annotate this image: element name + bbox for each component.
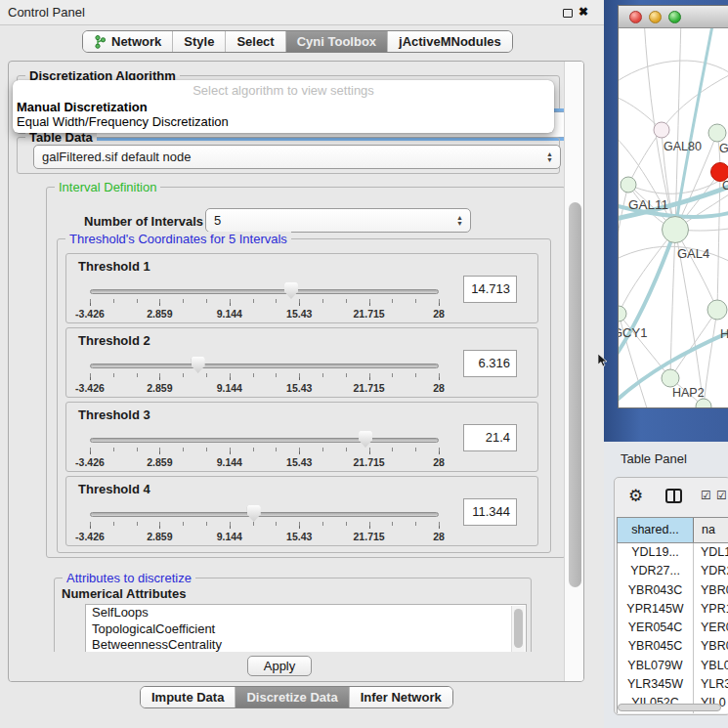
cell[interactable]: YLR3 — [694, 675, 728, 694]
close-traffic-light[interactable] — [629, 11, 642, 23]
tab-infer-network[interactable]: Infer Network — [349, 687, 452, 707]
table-row[interactable]: YER054CYER0 — [618, 619, 728, 637]
network-node-gal11[interactable] — [621, 177, 636, 193]
table-data-combo[interactable]: galFiltered.sif default node ▲▼ — [33, 145, 561, 169]
table-panel-region: Table Panel ⚙ ☑ ☑ shared... na YDL19...Y… — [604, 442, 728, 728]
threshold-2-value-field[interactable]: 6.316 — [463, 350, 517, 377]
tab-style-label: Style — [184, 31, 214, 52]
apply-button[interactable]: Apply — [247, 656, 312, 676]
list-scrollbar[interactable] — [511, 606, 525, 653]
table-row[interactable]: YBL079WYBL0 — [618, 657, 728, 675]
network-node-gcy1[interactable] — [619, 306, 626, 321]
list-scrollbar-thumb[interactable] — [514, 609, 523, 648]
horizontal-scrollbar-thumb[interactable] — [618, 704, 721, 711]
gear-icon[interactable]: ⚙ — [628, 486, 643, 506]
tab-network[interactable]: Network — [83, 31, 172, 52]
cell[interactable]: YDR27... — [618, 562, 694, 580]
threshold-3-group: Threshold 3 -3.426 2.859 9.144 15.43 21.… — [65, 402, 538, 472]
numerical-attributes-list[interactable]: SelfLoops TopologicalCoefficient Between… — [85, 604, 527, 653]
network-node-right[interactable] — [707, 300, 727, 320]
tick-label: 2.859 — [147, 531, 172, 542]
threshold-1-slider-track[interactable] — [90, 289, 439, 294]
list-item[interactable]: SelfLoops — [86, 605, 526, 621]
column-header-shared-name[interactable]: shared... — [618, 518, 694, 542]
tick-label: -3.426 — [75, 456, 105, 468]
threshold-3-slider-handle[interactable] — [359, 431, 372, 448]
cell[interactable]: YER0 — [694, 619, 728, 637]
cyni-toolbox-panel: Discretization Algorithm Table Data galF… — [8, 61, 584, 682]
threshold-3-slider-track[interactable] — [90, 438, 439, 443]
network-node-gal4[interactable] — [663, 217, 689, 243]
table-row[interactable]: YLR345WYLR3 — [618, 675, 728, 694]
table-row[interactable]: YBR045CYBR0 — [618, 637, 728, 656]
cell[interactable]: YBR045C — [618, 637, 694, 656]
cell[interactable]: YDL1 — [694, 543, 728, 562]
tab-impute-data[interactable]: Impute Data — [141, 687, 235, 707]
threshold-1-value-field[interactable]: 14.713 — [463, 276, 517, 303]
tab-discretize-data[interactable]: Discretize Data — [235, 687, 348, 707]
tick-label: -3.426 — [75, 531, 105, 542]
checkbox-icon[interactable]: ☑ — [701, 489, 711, 502]
tab-style[interactable]: Style — [172, 31, 225, 52]
network-node-bottom-partial[interactable] — [696, 399, 711, 408]
table-panel: ⚙ ☑ ☑ shared... na YDL19...YDL1 YDR27...… — [614, 477, 728, 715]
threshold-1-slider-handle[interactable] — [284, 282, 298, 299]
tab-infer-label: Infer Network — [361, 687, 442, 707]
panel-scrollbar-thumb[interactable] — [569, 202, 581, 587]
tab-jactivemnodules[interactable]: jActiveMNodules — [387, 31, 512, 52]
cell[interactable]: YBR0 — [694, 581, 728, 600]
threshold-2-slider-handle[interactable] — [192, 357, 205, 373]
threshold-4-value-field[interactable]: 11.344 — [463, 498, 517, 526]
cell[interactable]: YDR2 — [694, 562, 728, 580]
split-columns-icon[interactable] — [665, 489, 682, 503]
tick-label: 21.715 — [354, 456, 385, 468]
float-window-icon[interactable] — [563, 9, 573, 18]
threshold-2-slider-track[interactable] — [90, 364, 439, 368]
cell[interactable]: YBR043C — [618, 581, 694, 600]
number-of-intervals-value: 5 — [214, 213, 221, 228]
minimize-traffic-light[interactable] — [649, 11, 662, 23]
checkbox-icon[interactable]: ☑ — [716, 489, 727, 502]
tab-select-label: Select — [236, 31, 274, 52]
threshold-4-slider-handle[interactable] — [247, 505, 261, 522]
table-row[interactable]: YPR145WYPR1 — [618, 600, 728, 619]
cell[interactable]: YPR1 — [694, 600, 728, 619]
cell[interactable]: YPR145W — [618, 600, 694, 619]
cell[interactable]: YBR0 — [694, 637, 728, 656]
cell[interactable]: YER054C — [618, 619, 694, 637]
tick-label: 2.859 — [147, 308, 172, 320]
slider-ruler — [90, 522, 440, 530]
table-data-group: Table Data galFiltered.sif default node … — [17, 137, 560, 174]
number-of-intervals-combo[interactable]: 5 ▲▼ — [205, 208, 471, 233]
threshold-4-slider-track[interactable] — [90, 512, 439, 517]
tick-label: -3.426 — [75, 382, 105, 394]
cell[interactable]: YBL079W — [618, 657, 694, 675]
cell[interactable]: YLR345W — [618, 675, 694, 694]
network-window-titlebar[interactable] — [619, 6, 728, 28]
table-row[interactable]: YDL19...YDL1 — [618, 543, 728, 562]
close-icon[interactable]: ✖ — [578, 5, 588, 19]
tick-label: 21.715 — [354, 382, 385, 394]
table-row[interactable]: YBR043CYBR0 — [618, 581, 728, 600]
cell[interactable]: YDL19... — [618, 543, 694, 562]
tick-label: 15.43 — [286, 531, 312, 542]
table-row[interactable]: YDR27...YDR2 — [618, 562, 728, 580]
threshold-4-group: Threshold 4 -3.426 2.859 9.144 15.43 21.… — [65, 476, 538, 546]
panel-scrollbar[interactable] — [564, 62, 584, 682]
popup-option-equal-width-frequency[interactable]: Equal Width/Frequency Discretization — [17, 114, 229, 129]
cell[interactable]: YBL0 — [694, 657, 728, 675]
popup-option-manual-discretization[interactable]: Manual Discretization — [17, 100, 148, 114]
number-of-intervals-label: Number of Intervals — [84, 214, 203, 229]
threshold-3-value-field[interactable]: 21.4 — [463, 424, 517, 451]
list-item[interactable]: BetweennessCentrality — [86, 637, 526, 653]
control-panel-titlebar: Control Panel ✖ — [0, 0, 604, 25]
network-node-partial-top[interactable] — [708, 124, 726, 142]
column-header-name[interactable]: na — [694, 518, 728, 542]
network-node-hap2[interactable] — [662, 369, 679, 387]
zoom-traffic-light[interactable] — [668, 11, 681, 23]
list-item[interactable]: TopologicalCoefficient — [86, 621, 526, 638]
network-canvas[interactable]: GAL80 GA C GAL11 GAL4 GCY1 H HAP2 — [619, 28, 728, 408]
tab-select[interactable]: Select — [225, 31, 284, 52]
network-node-gal80[interactable] — [654, 122, 669, 138]
tab-cyni-toolbox[interactable]: Cyni Toolbox — [285, 31, 387, 52]
